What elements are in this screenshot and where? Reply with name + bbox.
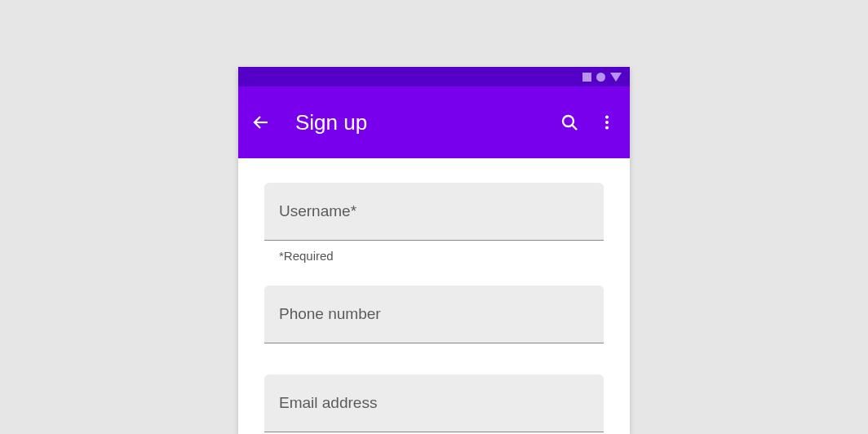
device-frame: Sign up Username* *Required Phone number…: [238, 67, 630, 434]
more-button[interactable]: [597, 113, 617, 132]
app-bar: Sign up: [238, 86, 630, 158]
more-vert-icon: [598, 113, 616, 131]
search-icon: [560, 112, 579, 133]
status-bar: [238, 67, 630, 86]
search-button[interactable]: [560, 113, 579, 132]
username-field[interactable]: Username*: [264, 183, 604, 241]
page-title: Sign up: [295, 110, 542, 135]
status-square-icon: [582, 73, 591, 82]
status-triangle-icon: [610, 73, 622, 82]
svg-point-3: [605, 116, 609, 119]
username-helper: *Required: [279, 249, 604, 263]
email-field[interactable]: Email address: [264, 374, 604, 432]
status-circle-icon: [596, 73, 605, 82]
username-label: Username*: [279, 202, 589, 220]
svg-point-5: [605, 126, 609, 129]
form-content: Username* *Required Phone number Email a…: [238, 158, 630, 432]
email-label: Email address: [279, 394, 589, 412]
phone-label: Phone number: [279, 305, 589, 323]
svg-point-4: [605, 121, 609, 124]
back-button[interactable]: [251, 113, 271, 132]
svg-line-2: [572, 125, 577, 130]
phone-field[interactable]: Phone number: [264, 286, 604, 343]
svg-point-1: [563, 116, 574, 126]
arrow-left-icon: [251, 112, 271, 133]
